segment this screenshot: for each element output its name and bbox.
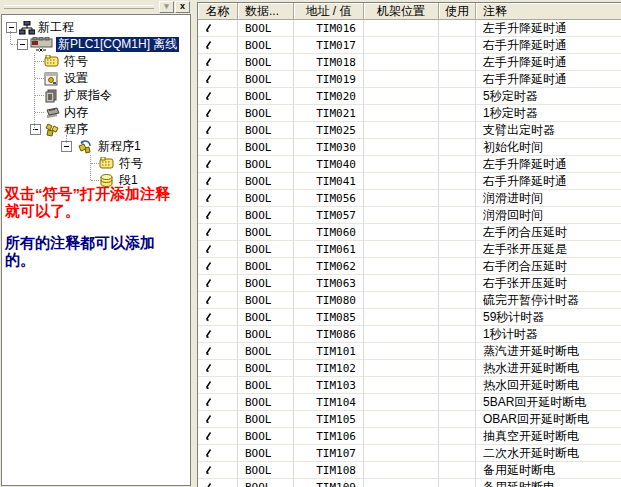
address-cell[interactable]: TIM056 xyxy=(294,190,364,207)
usage-cell[interactable] xyxy=(439,394,476,411)
address-cell[interactable]: TIM061 xyxy=(294,241,364,258)
usage-cell[interactable] xyxy=(439,343,476,360)
rack-cell[interactable] xyxy=(364,88,439,105)
tree-item-label[interactable]: 符号 xyxy=(62,54,90,69)
name-cell[interactable] xyxy=(198,326,238,343)
usage-cell[interactable] xyxy=(439,377,476,394)
rack-cell[interactable] xyxy=(364,360,439,377)
rack-cell[interactable] xyxy=(364,343,439,360)
table-row[interactable]: BOOL TIM103 热水回开延时断电 xyxy=(198,377,621,394)
data-type-cell[interactable]: BOOL xyxy=(238,343,294,360)
tree-item-settings[interactable]: 设置 xyxy=(2,70,190,87)
data-type-cell[interactable]: BOOL xyxy=(238,326,294,343)
comment-cell[interactable]: 右手闭合压延时 xyxy=(476,258,621,275)
expand-toggle[interactable] xyxy=(30,124,41,135)
comment-cell[interactable]: 初始化时间 xyxy=(476,139,621,156)
address-cell[interactable]: TIM103 xyxy=(294,377,364,394)
data-type-cell[interactable]: BOOL xyxy=(238,479,294,487)
data-type-cell[interactable]: BOOL xyxy=(238,292,294,309)
address-cell[interactable]: TIM105 xyxy=(294,411,364,428)
table-row[interactable]: BOOL TIM021 1秒定时器 xyxy=(198,105,621,122)
name-cell[interactable] xyxy=(198,377,238,394)
name-cell[interactable] xyxy=(198,54,238,71)
table-row[interactable]: BOOL TIM086 1秒计时器 xyxy=(198,326,621,343)
data-type-cell[interactable]: BOOL xyxy=(238,360,294,377)
data-type-cell[interactable]: BOOL xyxy=(238,275,294,292)
usage-cell[interactable] xyxy=(439,445,476,462)
usage-cell[interactable] xyxy=(439,258,476,275)
name-cell[interactable] xyxy=(198,360,238,377)
table-row[interactable]: BOOL TIM061 左手张开压延是 xyxy=(198,241,621,258)
name-cell[interactable] xyxy=(198,105,238,122)
table-row[interactable]: BOOL TIM108 备用延时断电 xyxy=(198,462,621,479)
table-row[interactable]: BOOL TIM020 5秒定时器 xyxy=(198,88,621,105)
usage-cell[interactable] xyxy=(439,411,476,428)
rack-cell[interactable] xyxy=(364,292,439,309)
data-type-cell[interactable]: BOOL xyxy=(238,190,294,207)
expand-toggle[interactable] xyxy=(17,39,28,50)
comment-cell[interactable]: 蒸汽进开延时断电 xyxy=(476,343,621,360)
tree-item-label[interactable]: 符号 xyxy=(117,156,145,171)
address-cell[interactable]: TIM080 xyxy=(294,292,364,309)
name-cell[interactable] xyxy=(198,309,238,326)
address-cell[interactable]: TIM106 xyxy=(294,428,364,445)
name-cell[interactable] xyxy=(198,139,238,156)
usage-cell[interactable] xyxy=(439,105,476,122)
column-header-datatype[interactable]: 数据... xyxy=(238,3,294,20)
rack-cell[interactable] xyxy=(364,122,439,139)
comment-cell[interactable]: 右手张开压延时 xyxy=(476,275,621,292)
rack-cell[interactable] xyxy=(364,20,439,37)
comment-cell[interactable]: 1秒计时器 xyxy=(476,326,621,343)
tree-item-plc[interactable]: 新PLC1[CQM1H] 离线 xyxy=(2,36,190,53)
usage-cell[interactable] xyxy=(439,54,476,71)
rack-cell[interactable] xyxy=(364,241,439,258)
name-cell[interactable] xyxy=(198,343,238,360)
tree-item-label[interactable]: 新程序1 xyxy=(96,139,143,154)
name-cell[interactable] xyxy=(198,37,238,54)
rack-cell[interactable] xyxy=(364,445,439,462)
data-type-cell[interactable]: BOOL xyxy=(238,428,294,445)
tree-item-memory[interactable]: 内存 xyxy=(2,104,190,121)
name-cell[interactable] xyxy=(198,479,238,487)
name-cell[interactable] xyxy=(198,20,238,37)
table-row[interactable]: BOOL TIM063 右手张开压延时 xyxy=(198,275,621,292)
address-cell[interactable]: TIM016 xyxy=(294,20,364,37)
data-type-cell[interactable]: BOOL xyxy=(238,71,294,88)
comment-cell[interactable]: 右手升降延时通 xyxy=(476,173,621,190)
address-cell[interactable]: TIM101 xyxy=(294,343,364,360)
name-cell[interactable] xyxy=(198,428,238,445)
data-type-cell[interactable]: BOOL xyxy=(238,309,294,326)
usage-cell[interactable] xyxy=(439,428,476,445)
comment-cell[interactable]: 左手升降延时通 xyxy=(476,156,621,173)
rack-cell[interactable] xyxy=(364,139,439,156)
comment-cell[interactable]: 备用延时断电 xyxy=(476,462,621,479)
usage-cell[interactable] xyxy=(439,37,476,54)
data-type-cell[interactable]: BOOL xyxy=(238,173,294,190)
address-cell[interactable]: TIM030 xyxy=(294,139,364,156)
comment-cell[interactable]: 润滑回时间 xyxy=(476,207,621,224)
table-row[interactable]: BOOL TIM085 59秒计时器 xyxy=(198,309,621,326)
address-cell[interactable]: TIM021 xyxy=(294,105,364,122)
data-type-cell[interactable]: BOOL xyxy=(238,394,294,411)
data-type-cell[interactable]: BOOL xyxy=(238,139,294,156)
table-row[interactable]: BOOL TIM018 左手升降延时通 xyxy=(198,54,621,71)
comment-cell[interactable]: 右手升降延时通 xyxy=(476,71,621,88)
address-cell[interactable]: TIM102 xyxy=(294,360,364,377)
data-type-cell[interactable]: BOOL xyxy=(238,37,294,54)
comment-cell[interactable]: 左手闭合压延时 xyxy=(476,224,621,241)
comment-cell[interactable]: 5BAR回开延时断电 xyxy=(476,394,621,411)
data-type-cell[interactable]: BOOL xyxy=(238,88,294,105)
name-cell[interactable] xyxy=(198,207,238,224)
table-row[interactable]: BOOL TIM109 备用延时断电 xyxy=(198,479,621,487)
name-cell[interactable] xyxy=(198,462,238,479)
table-row[interactable]: BOOL TIM104 5BAR回开延时断电 xyxy=(198,394,621,411)
name-cell[interactable] xyxy=(198,173,238,190)
address-cell[interactable]: TIM109 xyxy=(294,479,364,487)
tree-item-label[interactable]: 新工程 xyxy=(36,20,76,35)
column-header-comment[interactable]: 注释 xyxy=(476,3,621,20)
name-cell[interactable] xyxy=(198,88,238,105)
table-row[interactable]: BOOL TIM056 润滑进时间 xyxy=(198,190,621,207)
usage-cell[interactable] xyxy=(439,479,476,487)
usage-cell[interactable] xyxy=(439,71,476,88)
comment-cell[interactable]: OBAR回开延时断电 xyxy=(476,411,621,428)
